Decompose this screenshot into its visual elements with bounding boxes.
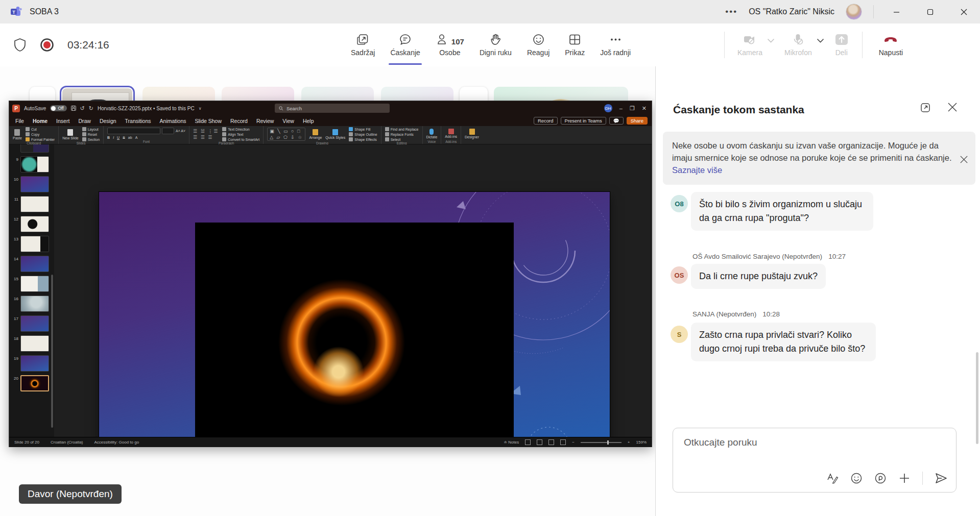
save-icon[interactable]: [71, 106, 76, 111]
text-direction-button[interactable]: Text Direction: [222, 127, 259, 131]
normal-view-icon[interactable]: [525, 439, 531, 445]
leave-button[interactable]: Napusti: [868, 23, 914, 66]
send-icon[interactable]: [935, 472, 948, 484]
menu-design[interactable]: Design: [100, 118, 116, 124]
user-avatar[interactable]: [846, 4, 862, 20]
menu-draw[interactable]: Draw: [78, 118, 91, 124]
tab-sadrzaj[interactable]: Sadržaj: [343, 23, 383, 66]
ppt-close-button[interactable]: ✕: [642, 105, 647, 112]
popout-chat-icon[interactable]: [920, 102, 931, 113]
find-button[interactable]: Find and Replace: [385, 127, 419, 131]
close-button[interactable]: [952, 0, 975, 23]
smartart-button[interactable]: Convert to SmartArt: [222, 137, 259, 141]
undo-icon[interactable]: ↺: [80, 105, 85, 112]
share-button[interactable]: Deli: [826, 23, 857, 66]
language-status[interactable]: Croatian (Croatia): [51, 440, 83, 445]
slide-thumbnail[interactable]: [20, 276, 49, 292]
shape-fill-button[interactable]: Shape Fill: [349, 127, 377, 131]
zoom-out-button[interactable]: −: [572, 440, 575, 445]
slide-number-status[interactable]: Slide 20 of 20: [14, 440, 39, 445]
slide-thumbnail[interactable]: [20, 216, 49, 232]
ppt-search-box[interactable]: Search: [275, 104, 390, 113]
ppt-record-button[interactable]: Record: [534, 117, 558, 125]
slide-thumbnail[interactable]: [20, 144, 49, 153]
slide-thumbnail[interactable]: [20, 176, 49, 192]
shapes-gallery[interactable]: ▣ ╲ ▭ ○ □ △ ▱ ⬠ ⇩ ☆: [267, 128, 305, 141]
autosave-toggle[interactable]: Off: [50, 105, 66, 111]
tab-jos-radnji[interactable]: Još radnji: [592, 23, 638, 66]
reading-view-icon[interactable]: [548, 439, 554, 445]
menu-help[interactable]: Help: [303, 118, 314, 124]
chat-message-input[interactable]: Otkucajte poruku: [673, 428, 957, 493]
slide-sorter-view-icon[interactable]: [537, 439, 542, 445]
menu-file[interactable]: File: [15, 118, 24, 124]
align-text-button[interactable]: Align Text: [222, 132, 259, 136]
format-painter-button[interactable]: Format Painter: [26, 137, 55, 141]
ppt-minimize-button[interactable]: –: [619, 105, 623, 111]
present-in-teams-button[interactable]: Present in Teams: [561, 117, 606, 125]
slide-thumbnail-panel[interactable]: 9 10 11 12 13 14 15 16 17 18 19 20: [9, 144, 54, 437]
menu-transitions[interactable]: Transitions: [125, 118, 151, 124]
maximize-button[interactable]: [919, 0, 941, 23]
title-chevron-icon[interactable]: ∨: [199, 106, 202, 111]
font-size-box[interactable]: [162, 128, 174, 134]
tab-digni-ruku[interactable]: Digni ruku: [472, 23, 519, 66]
font-style-buttons[interactable]: BIUSabA: [107, 136, 185, 139]
menu-animations[interactable]: Animations: [160, 118, 186, 124]
titlebar-more-button[interactable]: •••: [725, 7, 737, 17]
menu-slideshow[interactable]: Slide Show: [195, 118, 222, 124]
accessibility-status[interactable]: Accessibility: Good to go: [94, 440, 139, 445]
cut-button[interactable]: Cut: [26, 127, 55, 131]
message-avatar[interactable]: OS: [671, 266, 688, 284]
slide-thumbnail[interactable]: [20, 256, 49, 272]
redo-icon[interactable]: ↻: [89, 105, 93, 112]
menu-home[interactable]: Home: [33, 118, 47, 124]
slide-thumbnail[interactable]: [20, 236, 49, 252]
tab-reaguj[interactable]: Reaguj: [519, 23, 557, 66]
dismiss-notice-icon[interactable]: [960, 155, 968, 164]
copy-button[interactable]: Copy: [26, 132, 55, 136]
thumbnail-scrollbar[interactable]: [51, 275, 53, 428]
slide-thumbnail[interactable]: [20, 156, 49, 173]
notes-button[interactable]: ≐ Notes: [504, 440, 519, 445]
addins-button[interactable]: Add-ins: [445, 129, 457, 138]
designer-button[interactable]: Designer: [465, 129, 479, 139]
slide-thumbnail[interactable]: [20, 335, 49, 352]
menu-record[interactable]: Record: [230, 118, 248, 124]
slide-thumbnail[interactable]: [20, 355, 49, 372]
attach-plus-icon[interactable]: [898, 472, 911, 484]
slide-thumbnail-selected[interactable]: [20, 375, 49, 391]
quick-styles-button[interactable]: Quick Styles: [325, 129, 345, 139]
chat-scrollbar[interactable]: [976, 352, 978, 444]
minimize-button[interactable]: [885, 0, 907, 23]
shape-outline-button[interactable]: Shape Outline: [349, 132, 377, 136]
menu-review[interactable]: Review: [256, 118, 274, 124]
learn-more-link[interactable]: Saznajte više: [672, 165, 722, 175]
tab-osobe[interactable]: 107 Osobe: [428, 23, 472, 66]
format-icon[interactable]: [826, 472, 839, 484]
close-chat-icon[interactable]: [947, 102, 958, 112]
paste-button[interactable]: Paste: [13, 129, 22, 140]
tab-prikaz[interactable]: Prikaz: [557, 23, 592, 66]
emoji-icon[interactable]: [850, 472, 863, 484]
comments-button[interactable]: 💬: [609, 117, 624, 125]
zoom-level[interactable]: 159%: [636, 440, 647, 445]
tab-caskanje[interactable]: Ćaskanje: [383, 23, 427, 66]
font-name-box[interactable]: [107, 128, 160, 134]
slideshow-view-icon[interactable]: [560, 439, 566, 445]
shape-effects-button[interactable]: Shape Effects: [349, 137, 377, 141]
message-avatar[interactable]: O8: [671, 195, 688, 212]
menu-insert[interactable]: Insert: [56, 118, 69, 124]
message-avatar[interactable]: S: [671, 326, 688, 343]
select-button[interactable]: Select: [385, 137, 419, 141]
layout-button[interactable]: Layout: [82, 127, 100, 131]
ppt-user-avatar[interactable]: DH: [604, 104, 612, 112]
slide-thumbnail[interactable]: [20, 315, 49, 332]
paragraph-align-buttons[interactable]: ☰ ☱ ⋮☰ ☰ ☰ ☰: [193, 129, 219, 140]
slide-thumbnail[interactable]: [20, 196, 49, 212]
loop-component-icon[interactable]: [874, 472, 887, 484]
microphone-button[interactable]: Mikrofon: [777, 23, 820, 66]
camera-button[interactable]: Kamera: [730, 23, 770, 66]
new-slide-button[interactable]: New Slide: [62, 129, 79, 140]
section-button[interactable]: Section: [82, 137, 100, 141]
